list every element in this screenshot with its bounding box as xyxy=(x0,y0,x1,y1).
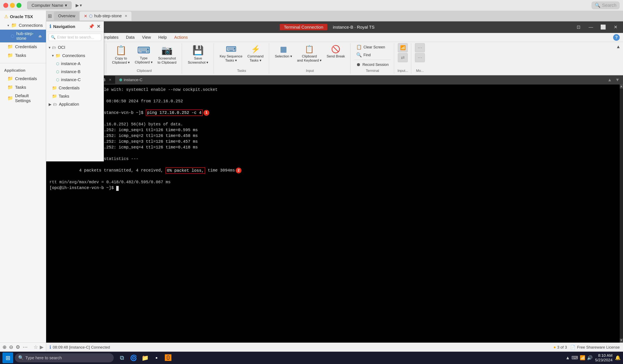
tray-wifi-icon[interactable]: 📶 xyxy=(580,355,585,361)
status-right: ● 3 of 3 📄 Free Shareware License xyxy=(553,345,620,350)
command-tasks-label: CommandTasks ▾ xyxy=(247,54,264,63)
nav-item-instance-b[interactable]: ⬡ instance-B xyxy=(46,68,104,76)
terminal-titlebar: ⬡ 💾 📋 ▾ Terminal Connection instance-B ·… xyxy=(46,21,623,33)
notification-icon[interactable]: 🔔 xyxy=(615,355,621,361)
badge-1: 1 xyxy=(203,110,209,116)
sidebar-item-credentials[interactable]: 📁 Credentials xyxy=(0,43,46,51)
signal-icon[interactable]: 📶 xyxy=(398,43,408,52)
tab-hub-step-stone[interactable]: ✕ ⬡ hub-step-stone ✕ xyxy=(80,12,131,21)
taskbar-app[interactable]: 🅾 xyxy=(163,353,173,363)
send-break-btn[interactable]: 🚫 Send Break xyxy=(324,43,347,60)
nav-item-oci[interactable]: ▾ 🗁 OCI xyxy=(46,43,104,51)
maximize-btn[interactable]: ⬜ xyxy=(599,23,607,31)
record-session-icon: ⏺ xyxy=(356,62,361,67)
terminal-content[interactable]: Activate the web console with: systemctl… xyxy=(46,85,623,343)
tab-b-close-icon[interactable]: ✕ xyxy=(109,78,111,82)
close-button[interactable] xyxy=(3,3,8,8)
copy-to-clipboard-btn[interactable]: 📋 Copy toClipboard ▾ xyxy=(110,43,132,66)
search-bar[interactable]: 🔍 Search xyxy=(591,1,620,9)
hub-step-stone-label: hub-step-stone xyxy=(16,31,36,41)
minimize-btn[interactable]: — xyxy=(587,23,595,31)
tray-keyboard-icon[interactable]: ⌨ xyxy=(572,355,578,361)
terminal-close-btn[interactable]: ✕ xyxy=(611,23,620,31)
nav-search[interactable]: 🔍 Enter text to search... xyxy=(49,34,101,41)
start-button[interactable]: ⊞ xyxy=(2,352,13,363)
nav-item-application[interactable]: ▶ 🗁 Application xyxy=(46,100,104,108)
folder-icon: 📁 xyxy=(7,53,13,58)
restore-btn[interactable]: ⊡ xyxy=(574,23,583,31)
scroll-down-arrow[interactable]: ▼ xyxy=(614,76,621,83)
taskbar-edge[interactable]: 🌀 xyxy=(129,353,138,363)
instance-c-dot xyxy=(119,78,122,81)
nav-item-instance-c[interactable]: ⬡ instance-C xyxy=(46,76,104,84)
menu-help[interactable]: Help xyxy=(155,34,170,41)
computer-name-selector[interactable]: Computer Name ▾ xyxy=(27,1,71,9)
nav-header-actions: 📌 ✕ xyxy=(89,24,100,29)
record-session-btn[interactable]: ⏺ Record Session xyxy=(354,61,391,68)
menu-view[interactable]: View xyxy=(139,34,154,41)
more-icon1[interactable]: ⋯ xyxy=(415,43,425,52)
key-sequence-tasks-btn[interactable]: ⌨ Key SequenceTasks ▾ xyxy=(218,43,245,64)
help-button[interactable]: ? xyxy=(613,34,620,41)
nav-instance-c-icon: ⬡ xyxy=(56,78,59,82)
sidebar-item-hub-step-stone[interactable]: ⬡ hub-step-stone ⏏ xyxy=(0,30,46,43)
taskbar-terminal[interactable]: ▪ xyxy=(152,353,161,363)
ribbon-collapse-btn[interactable]: ▲ xyxy=(615,43,621,74)
minimize-button[interactable] xyxy=(10,3,15,8)
play-button[interactable]: ▶ ▾ xyxy=(73,2,85,9)
play-icon[interactable]: ▶ xyxy=(40,344,44,350)
tab-overview[interactable]: Overview xyxy=(54,12,79,20)
sidebar-item-app-tasks[interactable]: 📁 Tasks xyxy=(0,83,46,92)
page-dot-icon: ● xyxy=(553,345,556,350)
command-tasks-btn[interactable]: ⚡ CommandTasks ▾ xyxy=(245,43,266,64)
sidebar-item-default-settings[interactable]: 📁 Default Settings xyxy=(0,92,46,105)
nav-item-tasks[interactable]: 📁 Tasks xyxy=(46,92,104,100)
terminal-scrollbar[interactable]: ▲ ▼ xyxy=(620,85,623,343)
nav-item-credentials[interactable]: 📁 Credentials xyxy=(46,84,104,92)
nav-pin-icon[interactable]: 📌 xyxy=(89,24,94,29)
clear-screen-btn[interactable]: 📋 Clear Screen xyxy=(354,43,387,51)
tray-volume-icon[interactable]: 🔊 xyxy=(587,355,593,361)
sidebar-item-connections[interactable]: ▾ 📁 Connections xyxy=(0,21,46,30)
tray-up-icon[interactable]: ▲ xyxy=(566,355,570,361)
selection-btn[interactable]: ▦ Selection ▾ xyxy=(273,43,294,60)
highlight-ping-command: ping 172.16.0.252 -c 4 xyxy=(146,109,203,116)
maximize-button[interactable] xyxy=(17,3,22,8)
selection-label: Selection ▾ xyxy=(275,54,292,59)
terminal-label: Terminal xyxy=(351,69,394,73)
tab-instance-c[interactable]: instance-C xyxy=(116,76,146,84)
menu-data[interactable]: Data xyxy=(123,34,138,41)
clear-screen-icon: 📋 xyxy=(356,44,362,50)
more-icon[interactable]: ⋯ xyxy=(23,344,28,350)
taskbar-search[interactable]: 🔍 Type here to search xyxy=(15,353,114,362)
clipboard-keyboard-btn[interactable]: 📋 Clipboardand Keyboard ▾ xyxy=(295,43,324,64)
scroll-up-btn[interactable]: ▲ xyxy=(620,85,623,88)
star-icon[interactable]: ☆ xyxy=(34,344,38,350)
sidebar-item-app-credentials[interactable]: 📁 Credentials xyxy=(0,74,46,83)
sidebar-item-tasks[interactable]: 📁 Tasks xyxy=(0,51,46,60)
nav-close-icon[interactable]: ✕ xyxy=(97,24,100,29)
transfer-icon[interactable]: ⇄ xyxy=(398,53,408,62)
taskbar-explorer[interactable]: 📁 xyxy=(140,353,150,363)
record-session-label: Record Session xyxy=(362,63,389,67)
settings-icon[interactable]: ⚙ xyxy=(16,344,20,350)
save-screenshot-btn[interactable]: 💾 SaveScreenshot ▾ xyxy=(186,43,210,66)
status-info-icon: ℹ xyxy=(49,345,51,350)
terminal-line-12: 4 packets transmitted, 4 received, 0% pa… xyxy=(49,162,620,179)
tab-close-icon[interactable]: ✕ xyxy=(125,14,127,18)
license-icon: 📄 xyxy=(570,345,576,350)
computer-name-label: Computer Name xyxy=(32,3,63,8)
nav-item-connections[interactable]: ▾ 📁 Connections xyxy=(46,51,104,60)
add-icon[interactable]: ⊕ xyxy=(2,344,7,350)
find-btn[interactable]: 🔍 Find xyxy=(354,51,373,59)
type-clipboard-btn[interactable]: ⌨ TypeClipboard ▾ xyxy=(133,43,155,66)
scroll-down-btn[interactable]: ▼ xyxy=(620,339,623,343)
minus-icon[interactable]: ⊖ xyxy=(9,344,13,350)
more-icon2[interactable]: ⋯ xyxy=(415,53,425,62)
taskbar-task-view[interactable]: ⧉ xyxy=(117,353,127,363)
nav-item-instance-a[interactable]: ⬡ instance-A xyxy=(46,60,104,68)
screenshot-clipboard-btn[interactable]: 📷 Screenshotto Clipboard xyxy=(156,43,178,66)
scroll-up-arrow[interactable]: ▲ xyxy=(606,76,614,83)
menu-actions[interactable]: Actions xyxy=(171,34,191,41)
terminal-line-8: 64 bytes from 172.16.0.252: icmp_seq=3 t… xyxy=(49,139,620,145)
